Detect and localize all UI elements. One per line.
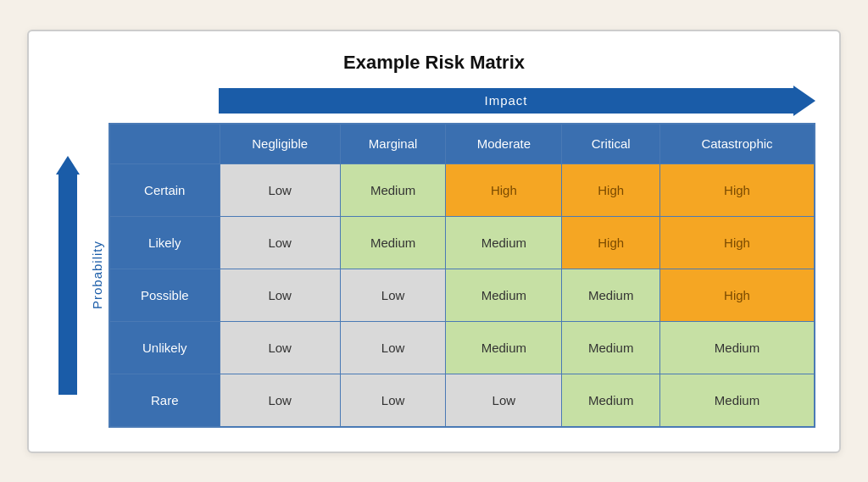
col-header-catastrophic: Catastrophic — [660, 124, 815, 164]
probability-label: Probability — [90, 241, 104, 309]
cell-r4-c1: Low — [340, 374, 446, 427]
cell-r4-c2: Low — [446, 374, 562, 427]
col-header-moderate: Moderate — [446, 124, 562, 164]
cell-r1-c4: High — [660, 217, 815, 269]
cell-r1-c0: Low — [220, 217, 340, 269]
cell-r2-c2: Medium — [446, 269, 562, 322]
header-empty — [109, 124, 220, 164]
row-label-possible: Possible — [109, 269, 220, 322]
cell-r4-c0: Low — [220, 374, 340, 427]
arrow-head-right-icon — [793, 86, 815, 116]
cell-r0-c4: High — [660, 164, 815, 217]
cell-r2-c4: High — [660, 269, 815, 322]
cell-r3-c2: Medium — [446, 322, 562, 374]
table-row: UnlikelyLowLowMediumMediumMedium — [109, 322, 815, 374]
cell-r0-c1: Medium — [340, 164, 446, 217]
cell-r2-c3: Medium — [562, 269, 660, 322]
probability-arrow-shaft — [58, 175, 77, 395]
table-row: CertainLowMediumHighHighHigh — [109, 164, 815, 217]
table-row: PossibleLowLowMediumMediumHigh — [109, 269, 815, 322]
impact-arrow-wrap: Impact — [219, 86, 815, 116]
cell-r4-c4: Medium — [660, 374, 815, 427]
cell-r3-c0: Low — [220, 322, 340, 374]
cell-r0-c0: Low — [220, 164, 340, 217]
cell-r2-c1: Low — [340, 269, 446, 322]
row-label-certain: Certain — [109, 164, 220, 217]
table-row: LikelyLowMediumMediumHighHigh — [109, 217, 815, 269]
impact-arrow: Impact — [219, 86, 815, 116]
cell-r3-c4: Medium — [660, 322, 815, 374]
table-header-row: Negligible Marginal Moderate Critical Ca… — [109, 124, 815, 164]
col-header-negligible: Negligible — [220, 124, 340, 164]
risk-matrix-table: Negligible Marginal Moderate Critical Ca… — [108, 123, 815, 428]
arrow-head-up-icon — [56, 156, 80, 175]
diagram-area: Probability Impact Negligible — [53, 86, 815, 428]
impact-arrow-shaft: Impact — [219, 88, 793, 114]
probability-arrow — [56, 156, 80, 395]
col-header-critical: Critical — [562, 124, 660, 164]
cell-r0-c2: High — [446, 164, 562, 217]
cell-r2-c0: Low — [220, 269, 340, 322]
cell-r3-c1: Low — [340, 322, 446, 374]
impact-label: Impact — [484, 93, 527, 108]
row-label-unlikely: Unlikely — [109, 322, 220, 374]
table-row: RareLowLowLowMediumMedium — [109, 374, 815, 427]
row-label-likely: Likely — [109, 217, 220, 269]
row-label-rare: Rare — [109, 374, 220, 427]
cell-r3-c3: Medium — [562, 322, 660, 374]
cell-r1-c2: Medium — [446, 217, 562, 269]
probability-label-wrap: Probability — [88, 86, 105, 428]
right-area: Impact Negligible Marginal Moderate Crit… — [108, 86, 815, 428]
card: Example Risk Matrix Probability Impact — [27, 30, 841, 453]
cell-r4-c3: Medium — [562, 374, 660, 427]
cell-r0-c3: High — [562, 164, 660, 217]
cell-r1-c1: Medium — [340, 217, 446, 269]
col-header-marginal: Marginal — [340, 124, 446, 164]
probability-arrow-wrap — [53, 86, 83, 428]
cell-r1-c3: High — [562, 217, 660, 269]
page-title: Example Risk Matrix — [53, 52, 815, 74]
